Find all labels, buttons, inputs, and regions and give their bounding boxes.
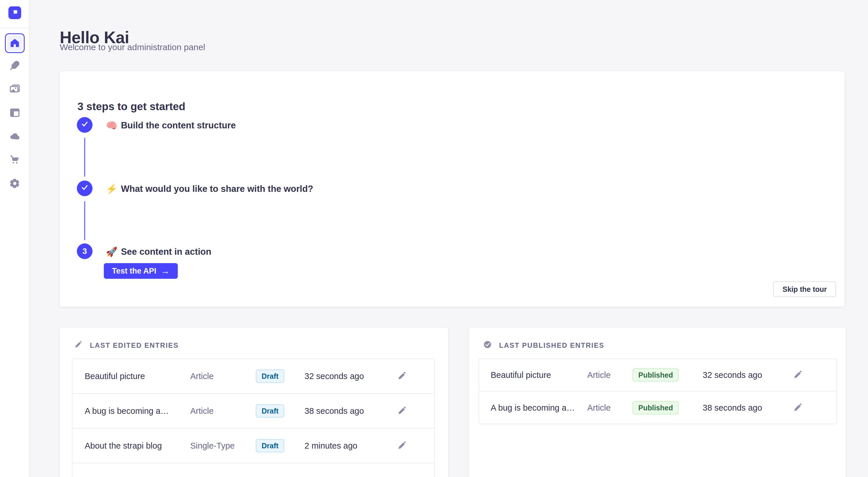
sidebar: [0, 0, 30, 477]
feather-icon: [9, 60, 20, 72]
layout-icon: [9, 107, 20, 119]
entry-type: Article: [190, 406, 256, 416]
entry-title: A bug is becoming a…: [85, 406, 190, 416]
last-edited-entries-table: Beautiful picture Article Draft 32 secon…: [72, 359, 435, 477]
last-published-entries-header: LAST PUBLISHED ENTRIES: [484, 341, 604, 350]
sidebar-item-deploy[interactable]: [5, 126, 25, 146]
sidebar-divider: [0, 28, 29, 28]
step-3-number: 3: [77, 243, 93, 259]
check-icon: [81, 183, 89, 194]
entry-type: Article: [190, 372, 256, 381]
sidebar-item-media-library[interactable]: [5, 79, 25, 99]
check-icon: [81, 120, 89, 130]
sidebar-item-content-manager[interactable]: [5, 56, 25, 76]
onboarding-title: 3 steps to get started: [78, 101, 185, 113]
step-connector: [84, 201, 85, 240]
gear-icon: [9, 178, 20, 190]
table-row: Beautiful picture Article Draft 32 secon…: [72, 359, 434, 394]
step-2-check: [77, 180, 93, 196]
home-icon: [9, 37, 20, 49]
table-row: About the strapi blog Single-Type Draft …: [72, 429, 434, 464]
sidebar-item-home[interactable]: [5, 33, 25, 53]
last-edited-entries-card: LAST EDITED ENTRIES Beautiful picture Ar…: [60, 328, 448, 477]
edit-entry-button[interactable]: [396, 440, 408, 451]
sidebar-item-content-type-builder[interactable]: [5, 103, 25, 123]
pencil-icon: [397, 371, 407, 381]
entry-title: About the strapi blog: [85, 441, 190, 451]
pencil-icon: [793, 403, 802, 413]
skip-the-tour-button[interactable]: Skip the tour: [773, 281, 836, 297]
entry-time: 32 seconds ago: [703, 370, 792, 380]
arrow-right-icon: →: [161, 267, 169, 275]
entry-type: Article: [587, 403, 632, 413]
entry-time: 32 seconds ago: [305, 372, 396, 381]
last-published-entries-table: Beautiful picture Article Published 32 s…: [478, 359, 837, 424]
entry-title: Beautiful picture: [491, 370, 587, 380]
step-2-label: ⚡ What would you like to share with the …: [106, 183, 313, 195]
entry-type: Single-Type: [190, 441, 256, 451]
status-badge: Draft: [256, 370, 284, 383]
status-badge: Draft: [256, 404, 284, 418]
entry-time: 2 minutes ago: [305, 441, 396, 451]
strapi-logo-icon: [11, 8, 19, 17]
test-the-api-button[interactable]: Test the API →: [104, 263, 178, 279]
status-badge: Published: [632, 368, 679, 382]
brain-emoji-icon: 🧠: [106, 120, 118, 131]
entry-title: Beautiful picture: [85, 372, 190, 381]
cart-icon: [9, 154, 20, 166]
pencil-icon: [793, 370, 802, 380]
onboarding-card: 3 steps to get started 🧠 Build the conte…: [60, 71, 844, 307]
pencil-icon: [74, 341, 82, 350]
page-subtitle: Welcome to your administration panel: [60, 42, 205, 52]
entry-type: Article: [587, 370, 632, 380]
table-row: Beautiful picture Article Published 32 s…: [479, 359, 836, 391]
edit-entry-button[interactable]: [396, 370, 408, 382]
lightning-emoji-icon: ⚡: [106, 183, 118, 195]
edit-entry-button[interactable]: [792, 369, 804, 381]
edit-entry-button[interactable]: [792, 402, 804, 413]
table-row: A bug is becoming a… Article Draft 38 se…: [72, 394, 434, 429]
pencil-icon: [397, 406, 407, 416]
step-1-check: [77, 117, 93, 133]
status-badge: Draft: [256, 439, 284, 452]
rocket-emoji-icon: 🚀: [106, 246, 118, 257]
strapi-logo[interactable]: [8, 6, 21, 19]
last-published-entries-card: LAST PUBLISHED ENTRIES Beautiful picture…: [469, 328, 846, 477]
status-badge: Published: [632, 401, 679, 414]
step-connector: [84, 138, 85, 177]
step-3-label: 🚀 See content in action: [106, 246, 211, 257]
sidebar-item-settings[interactable]: [5, 174, 25, 194]
last-edited-entries-header: LAST EDITED ENTRIES: [74, 341, 179, 350]
entry-time: 38 seconds ago: [703, 403, 792, 413]
media-library-icon: [9, 83, 20, 95]
edit-entry-button[interactable]: [396, 405, 408, 417]
strapi-admin-home: Hello Kai Welcome to your administration…: [0, 0, 868, 477]
entry-time: 38 seconds ago: [305, 406, 396, 416]
step-1-label: 🧠 Build the content structure: [106, 120, 236, 131]
sidebar-item-marketplace[interactable]: [5, 150, 25, 170]
pencil-icon: [397, 441, 407, 451]
entry-title: A bug is becoming a…: [491, 403, 587, 413]
cloud-icon: [9, 130, 20, 142]
check-circle-icon: [484, 341, 492, 350]
table-row: A bug is becoming a… Article Published 3…: [479, 391, 836, 424]
